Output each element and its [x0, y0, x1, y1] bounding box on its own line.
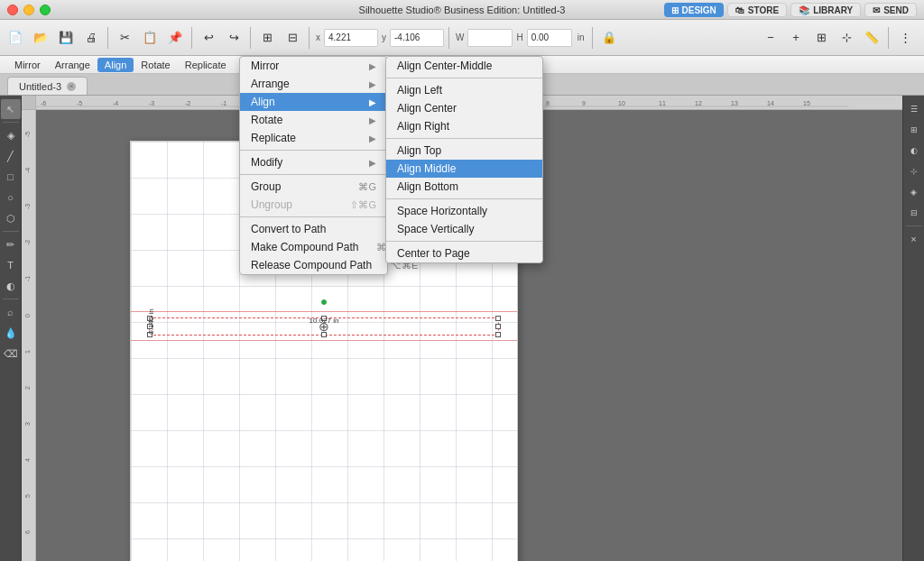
- transform-panel-button[interactable]: ⊞: [904, 120, 924, 140]
- align-middle[interactable]: Align Middle: [386, 160, 542, 178]
- maximize-button[interactable]: [40, 5, 51, 15]
- align-panel-button[interactable]: ⊟: [904, 203, 924, 223]
- toolbar-separator-2: [191, 27, 192, 49]
- menu-rotate[interactable]: Rotate: [134, 58, 177, 72]
- menu-item-convert[interactable]: Convert to Path: [240, 220, 387, 238]
- new-button[interactable]: 📄: [4, 26, 27, 50]
- toolbar-right: − + ⊞ ⊹ 📏 ⋮: [759, 26, 920, 50]
- svg-text:-1: -1: [221, 100, 226, 106]
- svg-text:1: 1: [24, 350, 31, 354]
- text-tool[interactable]: T: [1, 255, 21, 275]
- align-bottom[interactable]: Align Bottom: [386, 178, 542, 196]
- zoom-in-button[interactable]: +: [784, 26, 808, 50]
- horizontal-measurement: 10.027 in: [310, 317, 339, 325]
- svg-text:12: 12: [695, 100, 702, 106]
- top-nav: ⊞ DESIGN 🛍 STORE 📚 LIBRARY ✉ SEND: [664, 0, 918, 20]
- fill-stroke-panel-button[interactable]: ◐: [904, 141, 924, 161]
- svg-text:10: 10: [618, 100, 625, 106]
- replicate-panel-button[interactable]: ⊹: [904, 161, 924, 181]
- menu-align[interactable]: Align: [97, 58, 134, 72]
- save-button[interactable]: 💾: [54, 26, 78, 50]
- menu-replicate[interactable]: Replicate: [178, 58, 234, 72]
- print-button[interactable]: 🖨: [79, 26, 103, 50]
- path-tool[interactable]: ✏: [1, 235, 21, 254]
- align-right[interactable]: Align Right: [386, 117, 542, 135]
- menu-item-make-compound[interactable]: Make Compound Path ⌘E: [240, 238, 387, 256]
- menu-arrange[interactable]: Arrange: [48, 58, 97, 72]
- menu-item-align[interactable]: Align ▶: [240, 93, 387, 111]
- width-field[interactable]: [467, 29, 513, 47]
- right-toolbar: ☰ ⊞ ◐ ⊹ ◈ ⊟ ×: [902, 96, 924, 561]
- send-nav-button[interactable]: ✉ SEND: [864, 3, 917, 17]
- undo-button[interactable]: ↩: [197, 26, 220, 50]
- toolbar-separator-7: [888, 27, 889, 49]
- copy-button[interactable]: 📋: [138, 26, 162, 50]
- menu-item-release-compound[interactable]: Release Compound Path ⌥⌘E: [240, 256, 387, 274]
- align-center-middle[interactable]: Align Center-Middle: [386, 57, 542, 75]
- group-button[interactable]: ⊞: [255, 26, 279, 50]
- close-panel-button[interactable]: ×: [904, 229, 924, 249]
- layers-panel-button[interactable]: ☰: [904, 99, 924, 119]
- left-toolbar: ↖ ◈ ╱ □ ○ ⬡ ✏ T ◐ ⌕ 💧 ⌫: [0, 96, 22, 561]
- handle-top-right[interactable]: [495, 316, 501, 321]
- center-to-page[interactable]: Center to Page: [386, 244, 542, 262]
- zoom-out-button[interactable]: −: [759, 26, 782, 50]
- select-tool[interactable]: ↖: [1, 99, 21, 119]
- ellipse-tool[interactable]: ○: [1, 188, 21, 207]
- ungroup-button[interactable]: ⊟: [281, 26, 304, 50]
- menu-item-arrange[interactable]: Arrange ▶: [240, 75, 387, 93]
- space-horizontally[interactable]: Space Horizontally: [386, 202, 542, 220]
- paste-button[interactable]: 📌: [163, 26, 187, 50]
- coord-x-field[interactable]: 4.221: [324, 29, 378, 47]
- ruler-left: -5 -4 -3 -2 -1 0 1 2 3 4 5 6 7 8 9: [22, 110, 36, 561]
- coord-y-field[interactable]: -4.106: [390, 29, 444, 47]
- space-vertically[interactable]: Space Vertically: [386, 220, 542, 238]
- height-field[interactable]: 0.00: [527, 29, 572, 47]
- align-sep-4: [386, 241, 542, 242]
- eraser-tool[interactable]: ⌫: [1, 344, 21, 363]
- svg-text:9: 9: [582, 100, 586, 106]
- menu-mirror[interactable]: Mirror: [7, 58, 48, 72]
- unit-label: in: [574, 32, 588, 42]
- left-toolbar-sep: [3, 122, 19, 123]
- align-left[interactable]: Align Left: [386, 81, 542, 99]
- tab-close-button[interactable]: ×: [67, 82, 76, 91]
- library-nav-button[interactable]: 📚 LIBRARY: [790, 3, 861, 17]
- align-top[interactable]: Align Top: [386, 142, 542, 160]
- rotate-handle[interactable]: [321, 299, 327, 305]
- menu-item-replicate[interactable]: Replicate ▶: [240, 129, 387, 147]
- document-tab[interactable]: Untitled-3 ×: [7, 77, 88, 95]
- lock-ratio-button[interactable]: 🔒: [597, 26, 621, 50]
- svg-text:3: 3: [24, 422, 31, 426]
- align-center[interactable]: Align Center: [386, 99, 542, 117]
- close-button[interactable]: [7, 5, 18, 15]
- ruler-toggle[interactable]: 📏: [860, 26, 883, 50]
- svg-text:-5: -5: [77, 100, 82, 106]
- node-tool[interactable]: ◈: [1, 125, 21, 145]
- zoom-tool[interactable]: ⌕: [1, 302, 21, 322]
- menu-item-rotate[interactable]: Rotate ▶: [240, 111, 387, 129]
- left-toolbar-sep-2: [3, 231, 19, 232]
- open-button[interactable]: 📂: [29, 26, 52, 50]
- svg-text:0: 0: [24, 314, 31, 317]
- poly-tool[interactable]: ⬡: [1, 208, 21, 228]
- eyedropper-tool[interactable]: 💧: [1, 323, 21, 343]
- grid-toggle[interactable]: ⊞: [809, 26, 833, 50]
- more-options[interactable]: ⋮: [893, 26, 917, 50]
- trace-panel-button[interactable]: ◈: [904, 182, 924, 202]
- menu-item-mirror[interactable]: Mirror ▶: [240, 57, 387, 75]
- design-nav-button[interactable]: ⊞ DESIGN: [664, 3, 724, 17]
- handle-bottom-right[interactable]: [495, 332, 501, 337]
- menu-item-modify[interactable]: Modify ▶: [240, 153, 387, 171]
- cut-button[interactable]: ✂: [113, 26, 136, 50]
- snap-toggle[interactable]: ⊹: [835, 26, 858, 50]
- store-nav-button[interactable]: 🛍 STORE: [727, 3, 787, 17]
- guide-line-top: [131, 311, 517, 312]
- line-tool[interactable]: ╱: [1, 146, 21, 166]
- handle-middle-right[interactable]: [495, 324, 501, 329]
- redo-button[interactable]: ↪: [222, 26, 245, 50]
- menu-item-group[interactable]: Group ⌘G: [240, 178, 387, 196]
- rect-tool[interactable]: □: [1, 167, 21, 187]
- minimize-button[interactable]: [23, 5, 34, 15]
- fill-tool[interactable]: ◐: [1, 276, 21, 296]
